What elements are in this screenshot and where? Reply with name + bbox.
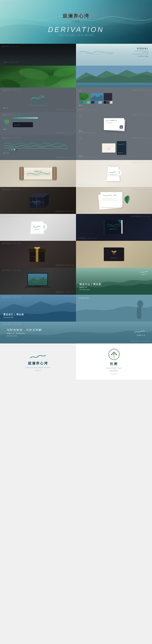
svg-point-52 xyxy=(115,353,116,354)
swatch-green-img xyxy=(79,93,90,101)
svg-text:观澜养心湾: 观澜养心湾 xyxy=(111,257,117,258)
nature-row: 素材能量站 scnlz.com 素材能量站 scnlz.com xyxy=(0,66,152,88)
visual-desc: 成都别处开始做起 xyxy=(133,55,149,57)
svg-point-14 xyxy=(16,149,18,150)
wm-logo-left-bottom: 素材能量站 scnlz.com xyxy=(55,108,74,111)
right-brand-sub: 国际度假营地 xyxy=(110,370,118,372)
right-logo-section: 玖树 EVERGREEN TREE 国际度假营地 LOGO 02 xyxy=(76,344,152,380)
leaf-logo-section: 素材能量站 scnlz.com 03 xyxy=(0,112,76,135)
svg-text:观澜养心湾: 观澜养心湾 xyxy=(34,171,42,172)
svg-point-49 xyxy=(111,354,112,355)
svg-point-46 xyxy=(137,300,143,308)
ad-text-lake: 爱过自己 | 再出发 400 6666 6666 xyxy=(3,313,24,318)
wave-lines-display xyxy=(3,140,73,153)
right-brand-en: EVERGREEN TREE xyxy=(106,368,122,369)
wm-print-bottom: 素材能量站 scnlz.com xyxy=(78,132,97,134)
wm-typography-bottom: 素材能量站 scnlz.com xyxy=(55,156,74,159)
opening-section: 素材能量站 scnlz.com THE OPENING xyxy=(0,44,76,66)
swatch-4 xyxy=(91,101,94,104)
hero-small-text-1: CREATIVE LOGO TO BE DERIVED xyxy=(58,34,94,36)
logo-variants-row: 素材能量站 scnlz.com 03 xyxy=(0,112,152,135)
cup-display: 观澜养心湾 xyxy=(76,160,152,187)
stationery-display: 观澜 xyxy=(76,187,152,214)
swatch-8 xyxy=(107,101,109,104)
right-logo-label: LOGO 02 xyxy=(111,374,117,374)
ad-text-mountain: 指点江山 | 再出发 观澜养心湾 400 6666 6666 xyxy=(79,283,101,290)
hero-title: 观澜养心湾 xyxy=(62,13,90,19)
giftbox-display: 观澜养心湾 xyxy=(0,241,76,268)
swatch-7 xyxy=(104,101,106,104)
ad-phone-portrait: 400 6666 6666 xyxy=(79,297,89,299)
card-display-items: 观澜养心湾 xyxy=(79,140,149,156)
stationery-mockup-section: 素材能量站 scnlz.com 观澜 xyxy=(76,187,152,214)
ad-logo-mountain: 观澜养心湾 xyxy=(140,270,149,275)
folder-mockup-section: 素材能量站 scnlz.com 观澜养心湾 xyxy=(76,214,152,241)
ad-banners-row: 素材能量站 scnlz.com 爱过自己 | 再出发 400 6666 6666… xyxy=(0,295,152,322)
print-mockup-section: 素材能量站 scnlz.com 04 观澜养心湾 xyxy=(76,112,152,135)
right-brand-cn: 玖树 xyxy=(110,362,118,366)
section-num-3: 03 xyxy=(3,115,73,116)
wave-logo-svg xyxy=(30,352,46,360)
card-front: 观澜养心湾 Tel: 400-6666-6666 xyxy=(104,118,124,130)
visual-section: 素材能量站 scnlz.com VISUAL TRANSMISSION SPAC… xyxy=(76,44,152,66)
nav-dots-4 xyxy=(79,131,149,132)
card-display-section: 素材能量站 scnlz.com 06 xyxy=(76,135,152,160)
brand-en-logo-display: GUANLAN WELLNESS BAY xyxy=(29,105,47,106)
visual-sub3: COMMUNICATION xyxy=(133,53,149,55)
svg-point-12 xyxy=(11,149,13,150)
nav-dots-6 xyxy=(79,156,149,156)
mockup-row-3: 素材能量站 scnlz.com 养心湾 素材能量站 scnlz.com xyxy=(0,214,152,241)
scroll-mockup-section: 素材能量站 scnlz.com 观澜养心湾 xyxy=(0,160,76,187)
banner-time-phone: 400 6666 6666 xyxy=(7,335,42,337)
mockup-row-5: 素材能量站 scnlz.com xyxy=(0,268,152,295)
tree-logo-svg xyxy=(108,348,120,360)
envelope-mock xyxy=(102,143,116,153)
ad-text-portrait: 400 6666 6666 xyxy=(79,297,89,299)
vertical-card-mock: 观澜养心湾 xyxy=(117,141,126,155)
ad-mountain-section: 素材能量站 scnlz.com 指点江山 | 再出发 观澜养心湾 400 666… xyxy=(76,268,152,295)
lake-section: 素材能量站 scnlz.com xyxy=(76,66,152,88)
visual-sub: TRANSMISSION xyxy=(133,50,149,52)
left-brand-en: GUANLAN WELLNESS RESORT xyxy=(25,367,51,368)
svg-text:观澜养心湾: 观澜养心湾 xyxy=(109,228,117,230)
landscape-row: 素材能量站 scnlz.com THE OPENING 素材能量站 scnlz.… xyxy=(0,44,152,66)
ad-lake-section: 素材能量站 scnlz.com 爱过自己 | 再出发 400 6666 6666 xyxy=(0,295,76,322)
svg-point-36 xyxy=(36,247,38,249)
typography-section: 素材能量站 scnlz.com 05 xyxy=(0,135,76,160)
wm-leaf-bottom: 素材能量站 scnlz.com xyxy=(55,132,74,134)
svg-point-51 xyxy=(112,353,113,354)
ad-mountain-bg: 素材能量站 scnlz.com 指点江山 | 再出发 观澜养心湾 400 666… xyxy=(76,268,152,295)
svg-point-53 xyxy=(113,352,115,353)
gradient-bar-container xyxy=(13,117,73,127)
swatch-9 xyxy=(110,101,112,104)
svg-point-13 xyxy=(14,149,15,150)
nav-dots-2 xyxy=(79,105,149,106)
svg-text:观澜养心湾: 观澜养心湾 xyxy=(34,259,40,260)
banner-time-logo: 观澜养心湾 xyxy=(133,329,145,336)
svg-rect-9 xyxy=(13,117,38,119)
nav-dots-1 xyxy=(3,108,73,108)
brand-wave-logo xyxy=(31,94,45,100)
swatch-3 xyxy=(87,101,90,104)
banner-time-section: 素材能量站 scnlz.com 与时光铭语，与岁月和解 观澜养心湾，国际度假营地… xyxy=(0,322,152,344)
swatch-1 xyxy=(79,101,83,104)
svg-point-11 xyxy=(9,149,10,150)
stationery-stack: 观澜 xyxy=(97,190,131,210)
hero-section: 素材能量站 scnlz.com 观澜养心湾 VI推荐 DERIVATION CR… xyxy=(0,0,152,44)
typography-row: 素材能量站 scnlz.com 05 xyxy=(0,135,152,160)
page-wrapper: 素材能量站 scnlz.com 观澜养心湾 VI推荐 DERIVATION CR… xyxy=(0,0,152,380)
nav-dots-5 xyxy=(3,153,73,154)
roll-shape: 观澜养心湾 xyxy=(19,166,57,181)
hero-derivation: DERIVATION xyxy=(48,26,104,34)
visual-label: VISUAL xyxy=(133,47,149,50)
mockup-row-4: 素材能量站 scnlz.com 观澜养心湾 xyxy=(0,241,152,268)
svg-rect-28 xyxy=(103,220,105,234)
visual-sub2: SPACE xyxy=(133,52,149,53)
leaves-section: 素材能量站 scnlz.com xyxy=(0,66,76,88)
section-num-2: 02 xyxy=(79,90,149,91)
left-logo-content: 观澜养心湾 GUANLAN WELLNESS RESORT xyxy=(25,352,51,368)
business-card-mockup: 观澜养心湾 观澜养心湾 Tel: 400-6666-6666 xyxy=(104,118,124,130)
kraft-mockup-section: 素材能量站 scnlz.com xyxy=(76,241,152,268)
swatch-dark-img xyxy=(104,93,112,101)
nav-dots-3 xyxy=(3,129,73,130)
